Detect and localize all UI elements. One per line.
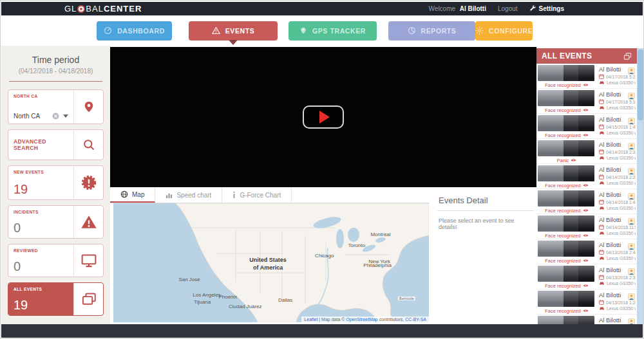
- event-thumbnail: [538, 190, 594, 206]
- divider: [9, 81, 102, 82]
- logout-link[interactable]: Logout: [498, 5, 518, 12]
- event-list-item[interactable]: Face recognized Al Bilotti 04/13/2018 1:…: [536, 289, 637, 314]
- warning-triangle-icon: [73, 206, 103, 238]
- logo-text-prefix: GL: [64, 4, 77, 14]
- event-tag-label: Face recognized: [545, 107, 580, 113]
- events-map[interactable]: United States of America San José Los An…: [113, 203, 429, 322]
- event-tag-label: Face recognized: [545, 283, 580, 289]
- event-thumbnail: [538, 215, 594, 232]
- tab[interactable]: Map: [110, 187, 155, 203]
- top-header-bar: GL BAL CENTER Welcome Al Bilotti Logout …: [1, 2, 643, 15]
- tab[interactable]: Speed chart: [155, 187, 222, 203]
- play-button[interactable]: [303, 105, 344, 129]
- counter-label: REVIEWED: [14, 248, 68, 253]
- event-thumbnail: [538, 115, 594, 131]
- license-link[interactable]: CC-BY-SA: [405, 317, 426, 322]
- badge-icon: [73, 166, 103, 199]
- tab[interactable]: G-Force Chart: [222, 187, 292, 203]
- face-avatar-icon: [628, 91, 635, 102]
- all-events-header: ALL EVENTS: [536, 48, 637, 64]
- calendar-icon: [599, 149, 604, 154]
- chevron-down-icon[interactable]: [63, 115, 68, 118]
- event-list-item[interactable]: Face recognized Al Bilotti 04/13/2018 2:…: [536, 239, 637, 264]
- user-name: Al Bilotti: [460, 5, 486, 12]
- calendar-icon: [599, 275, 604, 280]
- counter-label: ALL EVENTS: [14, 287, 68, 291]
- eye-icon: [583, 107, 589, 113]
- counter-card[interactable]: INCIDENTS 0: [8, 205, 104, 239]
- event-list-item[interactable]: Face recognized Al Bilotti 04/14/2018 2:…: [536, 164, 637, 188]
- calendar-icon: [599, 124, 604, 129]
- nav-button[interactable]: REPORTS: [388, 21, 475, 41]
- event-list-scrollbar[interactable]: [637, 48, 644, 324]
- monitor-icon: [73, 244, 103, 277]
- event-tag: Face recognized: [538, 233, 596, 239]
- region-select[interactable]: North CA: [14, 113, 48, 120]
- nav-button-label: GPS TRACKER: [312, 27, 366, 35]
- car-icon: [599, 156, 605, 160]
- face-avatar-icon: [628, 241, 635, 253]
- openstreetmap-link[interactable]: OpenStreetMap: [346, 317, 377, 322]
- counter-card[interactable]: ALL EVENTS 19: [8, 282, 104, 316]
- event-thumbnail: [538, 65, 594, 81]
- welcome-label: Welcome: [429, 5, 456, 12]
- bar-chart-icon: [166, 192, 173, 199]
- event-list-item[interactable]: Panic Al Bilotti 04/14/2018 2:34 PM Lexu…: [536, 139, 637, 163]
- leaflet-link[interactable]: Leaflet: [304, 317, 317, 322]
- eye-icon: [583, 283, 589, 289]
- counter-value: 0: [14, 260, 68, 273]
- wrench-icon: [529, 5, 536, 13]
- event-list-item[interactable]: Face recognized Al Bilotti 04/15/2018 1:…: [536, 114, 637, 138]
- event-list-item[interactable]: Face recognized Al Bilotti 04/17/2018 5:…: [536, 89, 637, 113]
- clear-region-icon[interactable]: [52, 113, 59, 120]
- play-icon: [319, 111, 330, 124]
- tab-label: G-Force Chart: [240, 192, 281, 199]
- face-avatar-icon: [628, 141, 635, 152]
- counter-card[interactable]: REVIEWED 0: [8, 244, 104, 277]
- event-vehicle: Lexus GS350 v2: [607, 131, 636, 135]
- nav-button[interactable]: DASHBOARD: [97, 21, 172, 41]
- face-avatar-icon: [628, 116, 635, 127]
- event-thumbnail: [538, 241, 594, 257]
- copy-icon[interactable]: [623, 52, 632, 60]
- event-tag-label: Face recognized: [545, 208, 580, 214]
- counter-label: INCIDENTS: [14, 210, 68, 214]
- calendar-icon: [599, 300, 604, 305]
- advanced-search-button[interactable]: ADVANCED SEARCH: [8, 129, 104, 160]
- event-list-item[interactable]: Face recognized Al Bilotti 04/14/2018 11…: [536, 214, 637, 239]
- nav-button[interactable]: CONFIGURE: [475, 21, 533, 41]
- app-logo: GL BAL CENTER: [64, 4, 142, 14]
- scrollbar-thumb[interactable]: [638, 50, 643, 120]
- face-avatar-icon: [628, 66, 635, 77]
- nav-button[interactable]: GPS TRACKER: [289, 21, 377, 41]
- event-list-item[interactable]: Face recognized Al Bilotti 04/14/2018 1:…: [536, 189, 637, 214]
- event-tag: Face recognized: [538, 183, 596, 188]
- all-events-title: ALL EVENTS: [542, 51, 623, 60]
- face-avatar-icon: [628, 291, 635, 303]
- active-tab-caret-icon: [229, 40, 238, 45]
- event-thumbnail: [538, 291, 594, 307]
- car-icon: [599, 80, 605, 85]
- event-vehicle: Lexus GS350 v2: [607, 231, 636, 235]
- event-tag: Face recognized: [538, 107, 596, 113]
- eye-icon: [583, 82, 589, 88]
- event-vehicle: Lexus GS350 v2: [607, 206, 636, 210]
- counter-card[interactable]: NEW EVENTS 19: [8, 165, 104, 200]
- g-force-icon: [232, 191, 236, 199]
- map-attribution: Leaflet | Map data © OpenStreetMap contr…: [301, 316, 429, 322]
- events-detail-title: Events Detail: [437, 190, 534, 211]
- logo-text-mid: BAL: [86, 4, 104, 14]
- face-avatar-icon: [628, 216, 635, 228]
- calendar-icon: [599, 99, 604, 104]
- globe-icon: [120, 190, 128, 198]
- nav-button-label: CONFIGURE: [489, 27, 533, 35]
- car-icon: [599, 306, 605, 311]
- eye-icon: [583, 308, 589, 314]
- event-list-item[interactable]: Face recognized Al Bilotti 04/17/2018 5:…: [536, 64, 637, 88]
- event-list-item[interactable]: Face recognized Al Bilotti 04/13/2018 2:…: [536, 264, 637, 289]
- nav-button[interactable]: EVENTS: [189, 21, 278, 41]
- car-icon: [599, 181, 605, 185]
- car-icon: [599, 231, 605, 235]
- event-vehicle: Lexus GS350 v2: [607, 256, 636, 261]
- settings-button[interactable]: Settings: [529, 5, 564, 13]
